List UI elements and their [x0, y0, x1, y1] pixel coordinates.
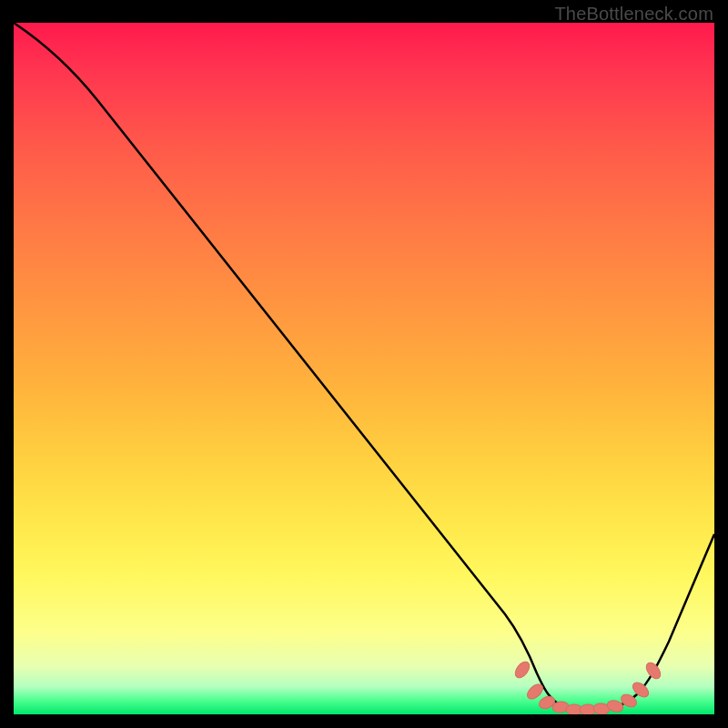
marker-dot: [643, 660, 663, 681]
plot-area: [14, 23, 714, 714]
bottleneck-curve-path: [14, 23, 714, 710]
marker-dot: [512, 659, 532, 680]
curve-svg: [14, 23, 714, 714]
watermark-text: TheBottleneck.com: [554, 4, 713, 25]
chart-frame: TheBottleneck.com: [0, 0, 728, 728]
